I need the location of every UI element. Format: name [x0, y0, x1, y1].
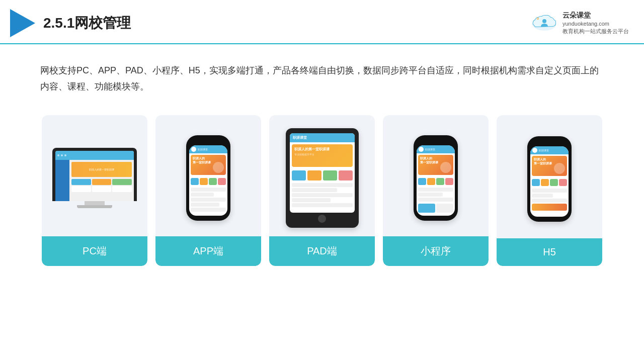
header: 2.5.1网校管理 云朵课堂 yunduoketang.com 教育机构一站式服…: [0, 0, 644, 44]
app-image-area: 职涯课堂 职涯人的第一堂职涯课: [160, 125, 256, 231]
logo-name: 云朵课堂: [562, 11, 629, 20]
card-label-miniprogram: 小程序: [383, 236, 489, 266]
page-title: 2.5.1网校管理: [43, 14, 131, 33]
card-pc: 职涯人的第一堂职涯课: [42, 115, 147, 266]
card-label-pc: PC端: [42, 236, 147, 266]
logo-tagline: 教育机构一站式服务云平台: [562, 28, 629, 35]
cloud-logo-icon: [531, 13, 558, 34]
logo-url: yunduoketang.com: [562, 20, 629, 28]
card-miniprogram: 职涯课堂 职涯人的第一堂职涯课: [383, 115, 489, 266]
pc-mockup: 职涯人的第一堂职涯课: [52, 148, 137, 208]
cards-container: 职涯人的第一堂职涯课: [0, 105, 644, 281]
card-pad: 职涯课堂 职涯人的第一堂职涯课 专业技能提升平台: [269, 115, 375, 266]
tablet-mockup: 职涯课堂 职涯人的第一堂职涯课 专业技能提升平台: [286, 128, 359, 228]
h5-image-area: 职涯课堂 职涯人的第一堂职涯课: [502, 125, 597, 233]
miniprogram-image-area: 职涯课堂 职涯人的第一堂职涯课: [388, 125, 484, 231]
card-h5: 职涯课堂 职涯人的第一堂职涯课: [497, 115, 602, 266]
header-left: 2.5.1网校管理: [10, 9, 131, 37]
logo-text-group: 云朵课堂 yunduoketang.com 教育机构一站式服务云平台: [562, 11, 629, 36]
phone-mockup-app: 职涯课堂 职涯人的第一堂职涯课: [186, 135, 230, 221]
card-label-h5: H5: [497, 238, 602, 266]
svg-point-3: [542, 19, 546, 23]
pc-image-area: 职涯人的第一堂职涯课: [47, 125, 142, 231]
description-text: 网校支持PC、APP、PAD、小程序、H5，实现多端打通，产品各终端自由切换，数…: [0, 44, 644, 105]
card-label-app: APP端: [155, 236, 261, 266]
play-icon: [10, 9, 35, 37]
phone-mockup-h5: 职涯课堂 职涯人的第一堂职涯课: [527, 136, 572, 222]
svg-point-5: [537, 18, 538, 19]
card-label-pad: PAD端: [269, 236, 375, 266]
phone-mockup-mini: 职涯课堂 职涯人的第一堂职涯课: [414, 135, 458, 221]
card-app: 职涯课堂 职涯人的第一堂职涯课: [155, 115, 261, 266]
pad-image-area: 职涯课堂 职涯人的第一堂职涯课 专业技能提升平台: [274, 125, 370, 231]
logo-area: 云朵课堂 yunduoketang.com 教育机构一站式服务云平台: [531, 11, 629, 36]
